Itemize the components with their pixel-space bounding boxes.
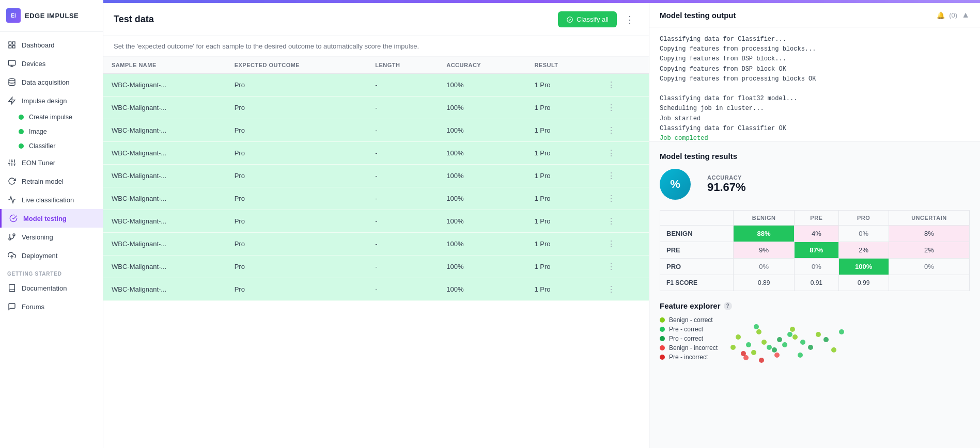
sidebar-item-documentation[interactable]: Documentation [0, 279, 103, 297]
log-line: Classifying data for Classifier OK [660, 124, 970, 134]
cell-length: - [367, 255, 438, 278]
legend-item: Pre - correct [660, 326, 718, 333]
row-actions-button[interactable]: ⋮ [604, 193, 618, 204]
row-actions-button[interactable]: ⋮ [604, 102, 618, 114]
git-branch-icon [7, 232, 17, 242]
sliders-icon [7, 158, 17, 167]
cell-result: 1 Pro [526, 142, 595, 165]
output-header: Model testing output 🔔 (0) ▲ [649, 3, 980, 27]
legend-dot [660, 345, 665, 350]
scatter-dot [736, 334, 741, 340]
test-data-panel: Test data Classify all ⋮ Set the 'expect… [103, 3, 649, 448]
upload-cloud-icon [7, 251, 17, 260]
output-log: Classifying data for Classifier...Copyin… [649, 27, 980, 141]
sidebar-item-forums[interactable]: Forums [0, 297, 103, 316]
legend-label: Pre - incorrect [669, 354, 708, 361]
accuracy-info: % ACCURACY 91.67% [660, 169, 970, 200]
cell-sample-name: WBC-Malignant-... [103, 165, 226, 187]
logo-icon: EI [6, 8, 21, 23]
legend-item: Benign - incorrect [660, 344, 718, 351]
matrix-corner [660, 211, 734, 226]
scatter-dot [761, 340, 767, 345]
cell-accuracy: 100% [438, 165, 526, 187]
svg-rect-1 [12, 42, 15, 44]
sidebar-item-model-testing[interactable]: Model testing [0, 209, 103, 228]
table-row: WBC-Malignant-... Pro - 100% 1 Pro ⋮ [103, 255, 649, 278]
cell-accuracy: 100% [438, 255, 526, 278]
header-actions: Classify all ⋮ [558, 11, 639, 27]
f1-score-row: F1 SCORE 0.89 0.91 0.99 [660, 275, 970, 291]
sidebar-item-image[interactable]: Image [0, 124, 103, 139]
matrix-col-pre: PRE [795, 211, 838, 226]
scatter-dot [816, 332, 821, 337]
sidebar-item-versioning[interactable]: Versioning [0, 228, 103, 246]
sidebar-item-devices[interactable]: Devices [0, 54, 103, 73]
table-row: WBC-Malignant-... Pro - 100% 1 Pro ⋮ [103, 233, 649, 255]
scatter-dot [767, 345, 772, 350]
sidebar-item-live-classification[interactable]: Live classification [0, 190, 103, 209]
scatter-dot [777, 337, 782, 342]
matrix-row-label: PRE [660, 242, 734, 259]
cell-actions: ⋮ [596, 255, 649, 278]
cell-result: 1 Pro [526, 119, 595, 142]
matrix-row: PRE9%87%2%2% [660, 242, 970, 259]
database-icon [7, 77, 17, 87]
sidebar-item-classifier[interactable]: Classifier [0, 139, 103, 153]
sidebar-item-eon-tuner[interactable]: EON Tuner [0, 153, 103, 172]
cell-actions: ⋮ [596, 210, 649, 233]
feature-legend: Benign - correctPre - correctPro - corre… [660, 316, 718, 373]
sidebar-item-dashboard[interactable]: Dashboard [0, 36, 103, 54]
help-icon[interactable]: ? [724, 302, 732, 310]
row-actions-button[interactable]: ⋮ [604, 170, 618, 182]
cell-actions: ⋮ [596, 233, 649, 255]
cell-length: - [367, 165, 438, 187]
legend-item: Benign - correct [660, 316, 718, 324]
svg-rect-3 [12, 45, 15, 48]
matrix-cell: 88% [734, 226, 795, 242]
log-line: Job started [660, 114, 970, 124]
scatter-dot [751, 350, 756, 355]
cell-sample-name: WBC-Malignant-... [103, 97, 226, 119]
matrix-cell: 9% [734, 242, 795, 259]
row-actions-button[interactable]: ⋮ [604, 238, 618, 250]
row-actions-button[interactable]: ⋮ [604, 215, 618, 227]
row-actions-button[interactable]: ⋮ [604, 147, 618, 159]
accuracy-icon: % [670, 178, 680, 191]
row-actions-button[interactable]: ⋮ [604, 261, 618, 273]
table-row: WBC-Malignant-... Pro - 100% 1 Pro ⋮ [103, 119, 649, 142]
matrix-cell: 0% [734, 259, 795, 275]
sidebar-item-retrain[interactable]: Retrain model [0, 172, 103, 190]
row-actions-button[interactable]: ⋮ [604, 283, 618, 295]
zap-icon [7, 96, 17, 105]
cell-sample-name: WBC-Malignant-... [103, 187, 226, 210]
matrix-cell: 2% [889, 242, 969, 259]
more-options-button[interactable]: ⋮ [621, 12, 639, 27]
matrix-cell: 100% [838, 259, 889, 275]
sidebar-item-label: Model testing [23, 215, 67, 222]
collapse-output-button[interactable]: ▲ [961, 10, 970, 20]
classify-all-button[interactable]: Classify all [558, 11, 617, 27]
book-icon [7, 283, 17, 293]
cell-expected-outcome: Pro [226, 165, 367, 187]
cell-sample-name: WBC-Malignant-... [103, 119, 226, 142]
cell-accuracy: 100% [438, 233, 526, 255]
cell-result: 1 Pro [526, 165, 595, 187]
sidebar-item-create-impulse[interactable]: Create impulse [0, 110, 103, 124]
sidebar-item-data-acquisition[interactable]: Data acquisition [0, 73, 103, 91]
table-row: WBC-Malignant-... Pro - 100% 1 Pro ⋮ [103, 97, 649, 119]
content-area: Test data Classify all ⋮ Set the 'expect… [103, 3, 980, 448]
scatter-dot [792, 334, 798, 340]
feature-content: Benign - correctPre - correctPro - corre… [660, 316, 970, 373]
cell-accuracy: 100% [438, 97, 526, 119]
sidebar-item-deployment[interactable]: Deployment [0, 246, 103, 265]
row-actions-button[interactable]: ⋮ [604, 124, 618, 136]
row-actions-button[interactable]: ⋮ [604, 79, 618, 91]
legend-item: Pro - correct [660, 335, 718, 342]
cell-sample-name: WBC-Malignant-... [103, 142, 226, 165]
sidebar-item-impulse-design[interactable]: Impulse design [0, 91, 103, 110]
dot-icon [19, 129, 24, 134]
col-header-result: RESULT [526, 57, 595, 74]
accuracy-details: ACCURACY 91.67% [707, 174, 746, 194]
log-line: Copying features from DSP block... [660, 54, 970, 64]
cell-expected-outcome: Pro [226, 255, 367, 278]
